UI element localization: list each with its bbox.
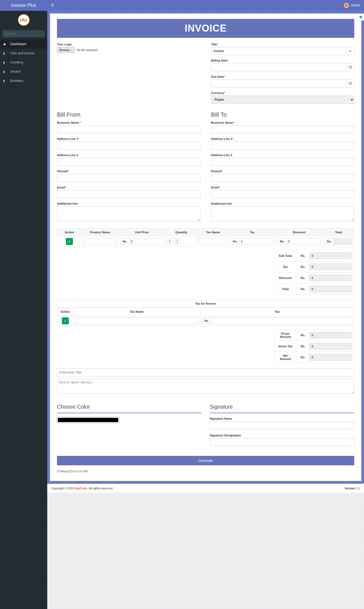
menu-toggle-icon[interactable]: ☰ xyxy=(51,4,54,7)
sidebar-item-label: Invoice xyxy=(10,70,21,73)
divider xyxy=(57,413,202,413)
sig-name-label: Signature Name xyxy=(210,417,355,420)
color-swatch[interactable] xyxy=(57,417,119,423)
unit-price-input[interactable] xyxy=(129,238,164,244)
to-addr1-input[interactable] xyxy=(211,142,355,150)
avatar[interactable] xyxy=(344,3,349,8)
currency-prefix: Rs. xyxy=(325,238,334,244)
items-table: Action Product Name Unit Price Quantity … xyxy=(57,228,354,247)
title-input[interactable] xyxy=(211,47,346,55)
table-row: + Rs. ▲▼ Rs. Rs. xyxy=(57,236,354,247)
from-addl-input[interactable] xyxy=(57,206,200,221)
version-value: 1.1 xyxy=(356,487,360,490)
from-addr1-input[interactable] xyxy=(57,142,200,150)
gross-tax-value xyxy=(309,343,351,349)
sidebar-item-dashboard[interactable]: ◉ Dashboard xyxy=(0,39,47,49)
to-email-label: Email* xyxy=(211,186,355,189)
gross-amount-value xyxy=(309,332,351,338)
from-phone-input[interactable] xyxy=(57,174,200,182)
footer-brand[interactable]: jApCode xyxy=(75,487,87,490)
title-label: Title* xyxy=(211,43,355,46)
generate-button[interactable]: Generate xyxy=(57,456,354,465)
to-email-input[interactable] xyxy=(211,190,355,198)
note-title-input[interactable] xyxy=(57,368,354,376)
gross-amount-label: Gross Amount xyxy=(275,330,296,341)
to-phone-label: Phone#* xyxy=(211,170,355,173)
calendar-icon[interactable] xyxy=(346,63,354,71)
search-input[interactable] xyxy=(3,30,48,37)
col-tax-name: Tax Name xyxy=(197,228,229,236)
tax-input[interactable] xyxy=(240,238,274,244)
from-addr2-input[interactable] xyxy=(57,158,200,166)
choose-color-heading: Choose Color xyxy=(57,404,202,410)
tax-row-name-input[interactable] xyxy=(75,317,198,324)
folder-icon: ▮ xyxy=(3,52,8,55)
tax-value xyxy=(309,264,351,270)
col-unit-price: Unit Price xyxy=(118,228,165,236)
brand-logo: jAp xyxy=(18,14,30,26)
sidebar-item-label: Currency xyxy=(10,60,23,64)
chevron-left-icon: ‹ xyxy=(43,52,44,55)
step-up-icon[interactable]: ▲ xyxy=(176,239,179,241)
title-menu-icon[interactable]: ≡ xyxy=(346,47,354,55)
net-amount-label: Net Amount xyxy=(275,352,296,363)
add-item-button[interactable]: + xyxy=(66,238,73,245)
folder-icon: ▮ xyxy=(3,79,8,83)
bill-to-heading: Bill To xyxy=(211,111,355,118)
total-value xyxy=(309,286,351,292)
from-addl-label: Additional Info xyxy=(57,202,200,205)
summary-totals: Sub TotalRs. TaxRs. DiscountRs. TotalRs. xyxy=(57,250,354,295)
product-name-input[interactable] xyxy=(83,238,117,244)
billing-date-input[interactable] xyxy=(211,63,346,71)
folder-icon: ▮ xyxy=(3,61,8,64)
currency-prefix: Rs. xyxy=(202,318,211,324)
from-email-input[interactable] xyxy=(57,190,200,198)
add-tax-button[interactable]: + xyxy=(62,317,69,324)
tax-col-tax: Tax xyxy=(200,308,354,316)
svg-rect-6 xyxy=(349,83,352,85)
subtotal-value xyxy=(309,253,351,259)
chevron-left-icon: ‹ xyxy=(43,61,44,64)
sidebar-item-label: Dashboard xyxy=(10,42,26,46)
browse-button[interactable]: Browse… xyxy=(57,47,75,53)
svg-rect-2 xyxy=(349,66,352,69)
currency-prefix: Rs. xyxy=(120,238,129,244)
quantity-input[interactable] xyxy=(167,239,176,244)
sig-desig-input[interactable] xyxy=(210,438,355,446)
tax-col-action: Action xyxy=(57,308,73,316)
note-detail-input[interactable] xyxy=(57,379,354,394)
search-box xyxy=(3,30,45,37)
settings-gear-icon[interactable] xyxy=(357,14,364,21)
tax-name-input[interactable] xyxy=(199,238,227,244)
sidebar-item-currency[interactable]: ▮ Currency ‹ xyxy=(0,58,47,67)
from-phone-label: Phone#* xyxy=(57,170,200,173)
to-business-input[interactable] xyxy=(211,125,355,133)
col-product: Product Name xyxy=(82,228,119,236)
currency-prefix: Rs. xyxy=(230,238,240,244)
timestamp: 07/May/2018 01:41:PM xyxy=(57,470,354,473)
currency-prefix: Rs. xyxy=(278,238,287,244)
page-title: INVOICE xyxy=(57,19,354,38)
tax-table: Action Tax Name Tax + Rs. xyxy=(57,308,354,326)
currency-label: Currency* xyxy=(211,91,355,95)
quantity-stepper[interactable]: ▲▼ xyxy=(167,238,180,244)
to-addr2-input[interactable] xyxy=(211,158,355,166)
sig-name-input[interactable] xyxy=(210,421,355,429)
due-date-input[interactable] xyxy=(211,79,346,88)
currency-select[interactable]: Rupee xyxy=(211,96,355,104)
from-addr1-label: Address Line 1* xyxy=(57,137,200,140)
discount-input[interactable] xyxy=(287,238,321,244)
to-addl-input[interactable] xyxy=(211,206,355,221)
sidebar-item-business[interactable]: ▮ Business ‹ xyxy=(0,76,47,85)
to-addr2-label: Address Line 2 xyxy=(211,153,355,157)
table-row: + Rs. xyxy=(57,316,354,326)
tax-row-value-input[interactable] xyxy=(211,317,352,324)
from-business-input[interactable] xyxy=(57,125,200,133)
calendar-icon[interactable] xyxy=(346,79,354,88)
step-down-icon[interactable]: ▼ xyxy=(176,241,179,244)
sidebar-item-user-access[interactable]: ▮ User and Access ‹ xyxy=(0,49,47,58)
to-phone-input[interactable] xyxy=(211,174,355,182)
sidebar-item-invoice[interactable]: ▮ Invoice ‹ xyxy=(0,67,47,76)
brand-title: Invoicer Plus xyxy=(0,0,47,11)
user-name[interactable]: Admin xyxy=(351,4,360,7)
